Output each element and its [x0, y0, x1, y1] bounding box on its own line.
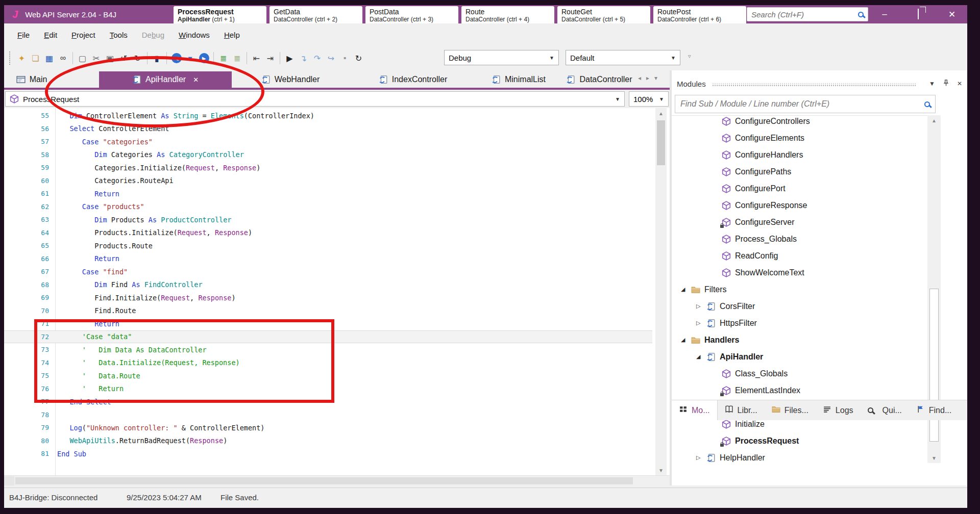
- tab-list-icon[interactable]: ▾: [654, 74, 657, 82]
- tab-scroll-left-icon[interactable]: ◂: [638, 74, 641, 82]
- restart-icon[interactable]: ↻: [352, 52, 365, 65]
- code-line-79[interactable]: 79 Log("Unknown controller: " & Controll…: [4, 421, 652, 434]
- indent-icon[interactable]: ⇥: [263, 52, 277, 65]
- code-line-80[interactable]: 80 WebApiUtils.ReturnBadRequest(Response…: [4, 434, 652, 448]
- collapse-arrow-icon[interactable]: ▷: [696, 454, 702, 461]
- tree-item-showwelcometext[interactable]: ShowWelcomeText: [712, 264, 804, 281]
- tab-scroll-right-icon[interactable]: ▸: [646, 74, 649, 82]
- code-line-78[interactable]: 78: [4, 408, 652, 422]
- menu-debug[interactable]: Debug: [136, 28, 170, 42]
- pause-icon[interactable]: ▪: [338, 52, 352, 65]
- editor-horizontal-scrollbar[interactable]: [4, 475, 670, 485]
- find-sub-module-input[interactable]: [675, 99, 924, 109]
- pin-icon[interactable]: [942, 79, 950, 88]
- tree-item-class_globals[interactable]: Class_Globals: [712, 365, 788, 382]
- scroll-down-icon[interactable]: ▼: [655, 465, 667, 475]
- expand-arrow-icon[interactable]: ◢: [696, 353, 702, 360]
- expand-arrow-icon[interactable]: ◢: [681, 337, 687, 343]
- restore-button[interactable]: [912, 9, 924, 19]
- panel-tab-logs[interactable]: Logs: [816, 400, 861, 420]
- code-line-62[interactable]: 62 Case "products": [4, 200, 652, 214]
- designer-icon[interactable]: ▢: [76, 52, 89, 65]
- expand-arrow-icon[interactable]: ◢: [681, 286, 687, 293]
- panel-tab-libr[interactable]: Libr...: [718, 400, 765, 420]
- code-line-69[interactable]: 69 Find.Initialize(Request, Response): [4, 291, 652, 304]
- scroll-down-icon[interactable]: ▼: [927, 453, 941, 463]
- scrollbar-left-box[interactable]: [4, 476, 14, 485]
- outdent-icon[interactable]: ⇤: [250, 52, 263, 65]
- uncomment-icon[interactable]: ≣: [230, 52, 244, 65]
- tree-item-process_globals[interactable]: Process_Globals: [712, 230, 797, 247]
- toolbar-overflow-icon[interactable]: ▿: [688, 53, 691, 60]
- run-icon[interactable]: ▶: [283, 52, 297, 65]
- scroll-up-icon[interactable]: ▲: [927, 115, 941, 125]
- resume-icon[interactable]: ↪: [324, 52, 338, 65]
- save-icon[interactable]: ▦: [42, 52, 56, 65]
- find-sub-module-box[interactable]: [675, 95, 936, 113]
- quick-tab-route[interactable]: RouteDataController (ctrl + 4): [461, 6, 554, 23]
- code-line-56[interactable]: 56 Select ControllerElement: [4, 122, 652, 136]
- code-line-59[interactable]: 59 Categories.Initialize(Request, Respon…: [4, 161, 652, 174]
- search-icon[interactable]: [924, 101, 930, 107]
- code-line-66[interactable]: 66 Return: [4, 252, 652, 266]
- scrollbar-thumb[interactable]: [15, 477, 633, 484]
- panel-tab-qui[interactable]: Qui...: [861, 400, 909, 420]
- tree-item-configureport[interactable]: ConfigurePort: [712, 180, 786, 197]
- menu-edit[interactable]: Edit: [38, 28, 63, 42]
- close-button[interactable]: ✕: [946, 9, 958, 20]
- code-line-58[interactable]: 58 Dim Categories As CategoryController: [4, 148, 652, 162]
- code-line-64[interactable]: 64 Products.Initialize(Request, Response…: [4, 226, 652, 240]
- tree-item-configurehandlers[interactable]: ConfigureHandlers: [712, 146, 803, 163]
- tree-item-httpsfilter[interactable]: ▷HttpsFilter: [696, 315, 757, 331]
- doc-tab-minimallist[interactable]: MinimalList: [478, 71, 559, 88]
- doc-tab-datacontroller[interactable]: DataController: [560, 71, 638, 88]
- tree-item-filters[interactable]: ◢Filters: [681, 281, 727, 298]
- collapse-arrow-icon[interactable]: ▷: [696, 320, 702, 326]
- code-line-63[interactable]: 63 Dim Products As ProductController: [4, 213, 652, 226]
- code-line-70[interactable]: 70 Find.Route: [4, 304, 652, 318]
- quick-tab-processrequest[interactable]: ProcessRequestApiHandler (ctrl + 1): [174, 6, 266, 23]
- search-icon[interactable]: [858, 12, 864, 17]
- menu-help[interactable]: Help: [218, 28, 246, 42]
- tree-item-configureresponse[interactable]: ConfigureResponse: [712, 197, 807, 214]
- doc-tab-indexcontroller[interactable]: IndexController: [349, 71, 477, 88]
- panel-menu-icon[interactable]: ▼: [929, 80, 935, 87]
- collapse-arrow-icon[interactable]: ▷: [696, 303, 702, 310]
- code-line-60[interactable]: 60 Categories.RouteApi: [4, 174, 652, 188]
- code-editor[interactable]: 55 Dim ControllerElement As String = Ele…: [4, 108, 670, 475]
- quick-tab-getdata[interactable]: GetDataDataController (ctrl + 2): [270, 6, 362, 23]
- open-project-icon[interactable]: ❏: [29, 52, 42, 65]
- find-icon[interactable]: ∞: [56, 52, 70, 65]
- code-line-57[interactable]: 57 Case "categories": [4, 135, 652, 148]
- build-configuration-combo[interactable]: Debug ▼: [444, 50, 559, 65]
- menu-file[interactable]: File: [11, 28, 36, 42]
- tree-item-configurecontrollers[interactable]: ConfigureControllers: [712, 115, 810, 130]
- tree-item-configurepaths[interactable]: ConfigurePaths: [712, 163, 791, 180]
- step-into-icon[interactable]: ↴: [297, 52, 310, 65]
- title-search-box[interactable]: [747, 7, 868, 21]
- tree-item-readconfig[interactable]: ReadConfig: [712, 247, 778, 264]
- step-over-icon[interactable]: ↷: [310, 52, 324, 65]
- tree-item-elementlastindex[interactable]: ElementLastIndex: [712, 382, 800, 399]
- code-line-65[interactable]: 65 Products.Route: [4, 239, 652, 252]
- code-line-68[interactable]: 68 Dim Find As FindController: [4, 278, 652, 292]
- panel-tab-files[interactable]: Files...: [765, 400, 816, 420]
- menu-project[interactable]: Project: [65, 28, 102, 42]
- code-line-81[interactable]: 81End Sub: [4, 447, 652, 460]
- tree-item-apihandler[interactable]: ◢ApiHandler: [696, 348, 763, 365]
- tree-item-handlers[interactable]: ◢Handlers: [681, 331, 739, 348]
- zoom-combo[interactable]: 100% ▼: [629, 91, 669, 107]
- build-profile-combo[interactable]: Default ▼: [566, 50, 680, 65]
- editor-vertical-scrollbar[interactable]: ▲ ▼: [655, 108, 667, 475]
- tree-item-configureelements[interactable]: ConfigureElements: [712, 130, 804, 146]
- quick-tab-routeget[interactable]: RouteGetDataController (ctrl + 5): [557, 6, 650, 23]
- quick-tab-postdata[interactable]: PostDataDataController (ctrl + 3): [365, 6, 458, 23]
- tree-item-configureserver[interactable]: ConfigureServer: [712, 214, 795, 230]
- quick-tab-routepost[interactable]: RoutePostDataController (ctrl + 6): [653, 6, 746, 23]
- scrollbar-thumb[interactable]: [657, 120, 665, 165]
- scroll-up-icon[interactable]: ▲: [655, 108, 667, 118]
- tree-item-helphandler[interactable]: ▷HelpHandler: [696, 449, 765, 463]
- code-line-67[interactable]: 67 Case "find": [4, 265, 652, 278]
- close-icon[interactable]: ✕: [957, 80, 962, 87]
- menu-tools[interactable]: Tools: [104, 28, 134, 42]
